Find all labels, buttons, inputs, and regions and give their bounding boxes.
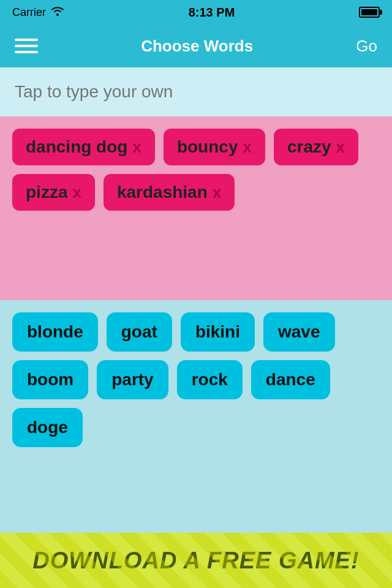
remove-icon[interactable]: x: [132, 138, 141, 157]
suggestion-label: dance: [266, 370, 315, 389]
nav-bar: Choose Words Go: [0, 24, 392, 67]
selected-words-area: dancing dogxbouncyxcrazyxpizzaxkardashia…: [0, 116, 392, 300]
suggestion-label: goat: [121, 322, 157, 341]
suggestion-label: blonde: [27, 322, 83, 341]
suggestion-label: bikini: [195, 322, 240, 341]
suggestion-label: rock: [192, 370, 228, 389]
suggestions-area: blondegoatbikiniwaveboompartyrockdancedo…: [0, 300, 392, 459]
ad-banner[interactable]: DOWNLOAD A FREE GAME!: [0, 533, 392, 588]
tag-label: crazy: [287, 137, 331, 157]
battery-area: [359, 7, 380, 18]
battery-icon: [359, 7, 380, 18]
tag-label: pizza: [26, 183, 67, 202]
time-display: 8:13 PM: [189, 6, 235, 20]
suggestion-label: wave: [278, 322, 320, 341]
suggestion-tag-boom[interactable]: boom: [12, 360, 88, 399]
tag-label: dancing dog: [26, 137, 127, 157]
search-area[interactable]: [0, 67, 392, 116]
tag-label: bouncy: [177, 137, 238, 157]
suggestion-tag-rock[interactable]: rock: [177, 360, 243, 399]
carrier-wifi: Carrier: [12, 6, 64, 19]
selected-tag-dancing-dog[interactable]: dancing dogx: [12, 129, 155, 165]
suggestion-tag-wave[interactable]: wave: [263, 312, 335, 352]
selected-tag-kardashian[interactable]: kardashianx: [104, 174, 235, 211]
suggestion-label: boom: [27, 370, 74, 389]
remove-icon[interactable]: x: [336, 138, 345, 157]
tag-label: kardashian: [117, 183, 208, 202]
suggestion-tag-doge[interactable]: doge: [12, 408, 83, 447]
remove-icon[interactable]: x: [213, 183, 221, 202]
wifi-icon: [51, 6, 64, 19]
status-bar: Carrier 8:13 PM: [0, 0, 392, 24]
go-button[interactable]: Go: [356, 37, 377, 56]
suggestion-tag-dance[interactable]: dance: [251, 360, 330, 399]
suggestion-tag-bikini[interactable]: bikini: [181, 312, 255, 352]
suggestion-tag-party[interactable]: party: [97, 360, 168, 399]
selected-tag-crazy[interactable]: crazyx: [274, 129, 358, 165]
nav-title: Choose Words: [141, 37, 253, 56]
remove-icon[interactable]: x: [243, 138, 251, 157]
suggestion-label: party: [111, 370, 153, 389]
word-input[interactable]: [15, 82, 377, 102]
ad-tape-decoration: [0, 533, 392, 588]
selected-tag-bouncy[interactable]: bouncyx: [164, 129, 265, 165]
selected-tag-pizza[interactable]: pizzax: [12, 174, 95, 211]
hamburger-line-1: [15, 39, 38, 41]
battery-fill: [361, 9, 377, 15]
carrier-label: Carrier: [12, 6, 46, 19]
suggestion-label: doge: [27, 418, 68, 437]
suggestion-tag-blonde[interactable]: blonde: [12, 312, 98, 352]
hamburger-line-2: [15, 45, 38, 47]
hamburger-line-3: [15, 51, 38, 53]
suggestion-tag-goat[interactable]: goat: [107, 312, 172, 352]
menu-button[interactable]: [15, 39, 38, 53]
remove-icon[interactable]: x: [72, 183, 81, 202]
